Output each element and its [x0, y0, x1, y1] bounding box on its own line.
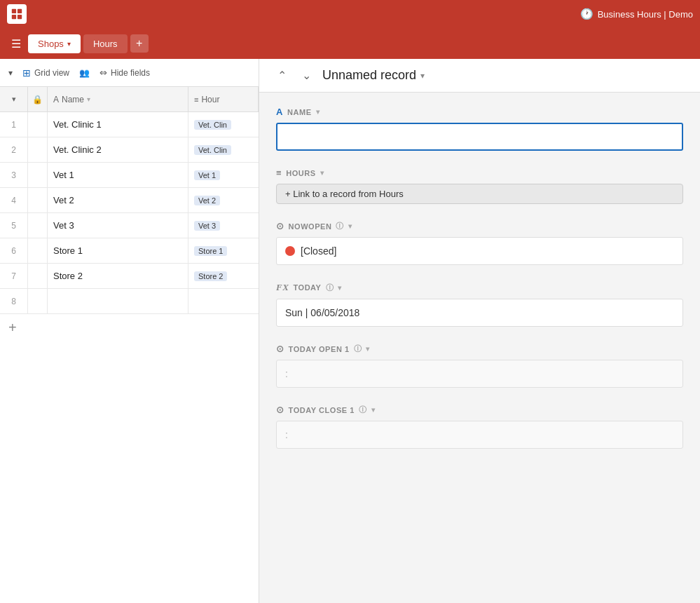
table-row[interactable]: 1 Vet. Clinic 1 Vet. Clin [0, 112, 259, 137]
today-close-1-field-section: ⊙ TODAY CLOSE 1 ⓘ ▾ : [276, 405, 683, 449]
row-checkbox[interactable] [28, 264, 48, 288]
nowopen-value: [Closed] [276, 237, 683, 265]
share-button[interactable]: 👥 [79, 68, 90, 78]
row-number: 7 [0, 264, 28, 288]
header-row-num: ▾ [0, 87, 28, 111]
header-hours[interactable]: ≡ Hour [188, 87, 259, 111]
header-name[interactable]: A Name ▾ [48, 87, 188, 111]
cell-tag: Vet 3 [194, 221, 220, 231]
link-record-button[interactable]: + Link to a record from Hours [276, 184, 683, 204]
grid-area: ▾ ⊞ Grid view 👥 ⇔ Hide fields ▾ 🔒 [0, 59, 259, 603]
row-hours[interactable]: Vet 1 [188, 163, 259, 187]
row-name[interactable]: Store 2 [48, 264, 188, 288]
row-number: 8 [0, 289, 28, 313]
record-title-chevron: ▾ [420, 71, 425, 81]
row-number: 1 [0, 112, 28, 137]
row-name[interactable]: Vet 2 [48, 188, 188, 212]
add-tab-button[interactable]: + [130, 34, 149, 53]
row-checkbox[interactable] [28, 289, 48, 313]
row-name[interactable] [48, 289, 188, 313]
app-title: 🕐 Business Hours | Demo [580, 8, 693, 20]
today-open-1-info-icon: ⓘ [354, 344, 362, 354]
hours-field-icon: ≡ [276, 168, 282, 178]
chevron-down-icon: ▾ [67, 40, 71, 48]
svg-rect-2 [12, 15, 16, 19]
grid-toolbar: ▾ ⊞ Grid view 👥 ⇔ Hide fields [0, 59, 259, 87]
table-row[interactable]: 4 Vet 2 Vet 2 [0, 188, 259, 213]
nowopen-field-chevron: ▾ [348, 222, 352, 230]
today-close-1-field-label[interactable]: ⊙ TODAY CLOSE 1 ⓘ ▾ [276, 405, 683, 415]
header-lock: 🔒 [28, 87, 48, 111]
tab-bar: ☰ Shops ▾ Hours + [0, 28, 700, 59]
today-field-section: fx TODAY ⓘ ▾ Sun | 06/05/2018 [276, 282, 683, 327]
row-checkbox[interactable] [28, 137, 48, 162]
row-hours[interactable]: Vet. Clin [188, 112, 259, 137]
name-column-icon: A [53, 95, 59, 104]
name-field-section: A NAME ▾ [276, 107, 683, 151]
add-icon: + [8, 320, 17, 336]
name-field-chevron: ▾ [316, 108, 320, 116]
name-field-label[interactable]: A NAME ▾ [276, 107, 683, 117]
add-row-button[interactable]: + [0, 314, 259, 341]
row-number: 6 [0, 238, 28, 263]
today-close-1-info-icon: ⓘ [359, 405, 367, 415]
row-checkbox[interactable] [28, 188, 48, 212]
record-header: ⌃ ⌄ Unnamed record ▾ [259, 59, 700, 93]
clock-icon: 🕐 [580, 8, 593, 20]
today-open-1-field-section: ⊙ TODAY OPEN 1 ⓘ ▾ : [276, 344, 683, 388]
name-input[interactable] [276, 123, 683, 151]
sort-button[interactable]: ▾ [8, 68, 13, 78]
app-logo [7, 4, 27, 24]
hamburger-button[interactable]: ☰ [7, 34, 25, 53]
today-field-label[interactable]: fx TODAY ⓘ ▾ [276, 282, 683, 293]
grid-header: ▾ 🔒 A Name ▾ ≡ Hour [0, 87, 259, 112]
row-name[interactable]: Vet. Clinic 2 [48, 137, 188, 162]
nowopen-field-label[interactable]: ⊙ NOWOPEN ⓘ ▾ [276, 221, 683, 231]
nowopen-field-icon: ⊙ [276, 221, 284, 231]
tab-shops[interactable]: Shops ▾ [28, 34, 81, 53]
row-hours[interactable]: Vet 3 [188, 213, 259, 238]
row-checkbox[interactable] [28, 213, 48, 238]
row-hours[interactable]: Store 2 [188, 264, 259, 288]
table-row[interactable]: 7 Store 2 Store 2 [0, 264, 259, 289]
row-hours[interactable]: Store 1 [188, 238, 259, 263]
grid-view-button[interactable]: ⊞ Grid view [22, 67, 69, 79]
grid-rows: 1 Vet. Clinic 1 Vet. Clin 2 Vet. Clinic … [0, 112, 259, 314]
cell-tag: Store 2 [194, 271, 227, 281]
prev-record-button[interactable]: ⌃ [273, 67, 291, 83]
next-record-button[interactable]: ⌄ [298, 67, 315, 83]
row-checkbox[interactable] [28, 163, 48, 187]
table-row[interactable]: 6 Store 1 Store 1 [0, 238, 259, 264]
row-checkbox[interactable] [28, 238, 48, 263]
table-row[interactable]: 8 [0, 289, 259, 314]
row-number: 5 [0, 213, 28, 238]
today-close-1-field-chevron: ▾ [371, 406, 376, 414]
today-field-chevron: ▾ [338, 284, 342, 292]
row-checkbox[interactable] [28, 112, 48, 137]
row-hours[interactable]: Vet. Clin [188, 137, 259, 162]
row-name[interactable]: Vet 1 [48, 163, 188, 187]
name-sort-icon: ▾ [87, 95, 90, 103]
share-icon: 👥 [79, 68, 90, 78]
table-row[interactable]: 2 Vet. Clinic 2 Vet. Clin [0, 137, 259, 163]
row-name[interactable]: Vet 3 [48, 213, 188, 238]
today-open-1-value: : [276, 360, 683, 388]
row-hours[interactable] [188, 289, 259, 313]
row-name[interactable]: Store 1 [48, 238, 188, 263]
row-hours[interactable]: Vet 2 [188, 188, 259, 212]
hide-fields-button[interactable]: ⇔ Hide fields [99, 67, 150, 78]
svg-rect-3 [18, 15, 22, 19]
hours-field-label[interactable]: ≡ HOURS ▾ [276, 168, 683, 178]
table-row[interactable]: 5 Vet 3 Vet 3 [0, 213, 259, 238]
table-row[interactable]: 3 Vet 1 Vet 1 [0, 163, 259, 188]
hours-column-label: Hour [201, 95, 219, 104]
cell-tag: Vet 1 [194, 170, 220, 180]
today-value: Sun | 06/05/2018 [276, 299, 683, 327]
hours-field-section: ≡ HOURS ▾ + Link to a record from Hours [276, 168, 683, 204]
row-name[interactable]: Vet. Clinic 1 [48, 112, 188, 137]
today-open-1-field-label[interactable]: ⊙ TODAY OPEN 1 ⓘ ▾ [276, 344, 683, 354]
today-open-1-field-icon: ⊙ [276, 344, 284, 354]
tab-hours[interactable]: Hours [83, 34, 128, 53]
nowopen-info-icon: ⓘ [336, 221, 344, 231]
cell-tag: Vet 2 [194, 196, 220, 205]
